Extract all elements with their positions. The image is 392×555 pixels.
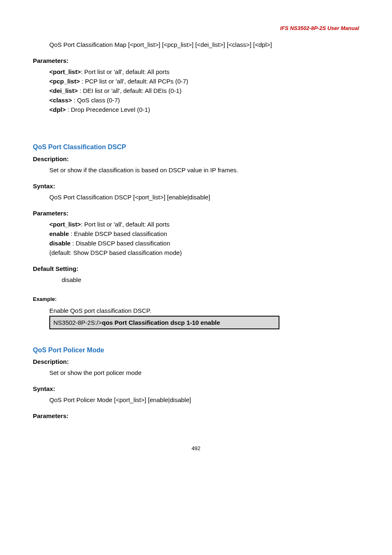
top-syntax-line: QoS Port Classification Map [<port_list>… <box>49 40 359 49</box>
param-sep: : <box>69 230 74 237</box>
top-params-block: <port_list>: Port list or 'all', default… <box>33 67 359 114</box>
param-key: <dpl> <box>49 106 66 113</box>
param-key: <class> <box>49 97 72 104</box>
description-text: Set or show the port policer mode <box>49 368 359 377</box>
default-value: disable <box>62 275 359 284</box>
syntax-label: Syntax: <box>33 182 359 190</box>
param-sep: : <box>81 221 84 228</box>
param-row: <port_list>: Port list or 'all', default… <box>49 67 359 76</box>
heading-policer: QoS Port Policer Mode <box>33 346 359 355</box>
code-cmd: qos Port Classification dscp 1-10 enable <box>102 319 220 326</box>
param-desc: QoS class (0-7) <box>77 97 120 104</box>
page-header: IFS NS3502-8P-2S User Manual <box>33 25 359 32</box>
description-label: Description: <box>33 357 359 366</box>
syntax-text: QoS Port Policer Mode [<port_list>] [ena… <box>49 395 359 404</box>
page-number: 492 <box>33 445 359 452</box>
param-key: enable <box>49 230 69 237</box>
param-key: <port_list> <box>49 221 81 228</box>
param-desc: Disable DSCP based classification <box>76 240 170 247</box>
param-row: disable : Disable DSCP based classificat… <box>49 239 359 247</box>
parameters-label: Parameters: <box>33 209 359 217</box>
param-key: <dei_list> <box>49 87 78 94</box>
param-key: <port_list> <box>49 68 81 75</box>
default-setting-label: Default Setting: <box>33 264 359 273</box>
example-label: Example: <box>33 296 359 303</box>
parameters-label: Parameters: <box>33 412 359 420</box>
dscp-params-block: <port_list>: Port list or 'all', default… <box>33 220 359 257</box>
param-sep: : <box>80 78 85 85</box>
code-prefix: NS3502-8P-2S:/> <box>53 319 102 326</box>
param-desc: Port list or 'all', default: All ports <box>84 68 169 75</box>
example-text: Enable QoS port classification DSCP. <box>49 306 359 315</box>
param-desc: Port list or 'all', default: All ports <box>84 221 169 228</box>
param-desc: Enable DSCP based classification <box>74 230 167 237</box>
description-label: Description: <box>33 155 359 163</box>
param-desc: DEI list or 'all', default: All DEIs (0-… <box>83 87 182 94</box>
param-row: <dei_list> : DEI list or 'all', default:… <box>49 86 359 95</box>
param-row: <dpl> : Drop Precedence Level (0-1) <box>49 105 359 114</box>
param-sep: : <box>78 87 83 94</box>
param-sep: : <box>72 97 77 104</box>
heading-dscp: QoS Port Classification DSCP <box>33 143 359 152</box>
param-sep: : <box>81 68 84 75</box>
param-key: <pcp_list> <box>49 78 80 85</box>
param-sep: : <box>71 240 76 247</box>
param-row: enable : Enable DSCP based classificatio… <box>49 229 359 238</box>
param-row: <pcp_list> : PCP list or 'all', default:… <box>49 77 359 86</box>
parameters-label: Parameters: <box>33 56 359 65</box>
param-key: disable <box>49 240 71 247</box>
param-desc: PCP list or 'all', default: All PCPs (0-… <box>85 78 188 85</box>
syntax-text: QoS Port Classification DSCP [<port_list… <box>49 193 359 201</box>
params-note: (default: Show DSCP based classification… <box>49 248 359 257</box>
param-sep: : <box>66 106 71 113</box>
code-box: NS3502-8P-2S:/>qos Port Classification d… <box>49 316 279 329</box>
param-desc: Drop Precedence Level (0-1) <box>71 106 150 113</box>
param-row: <class> : QoS class (0-7) <box>49 96 359 104</box>
param-row: <port_list>: Port list or 'all', default… <box>49 220 359 229</box>
syntax-label: Syntax: <box>33 384 359 393</box>
description-text: Set or show if the classification is bas… <box>49 166 359 174</box>
